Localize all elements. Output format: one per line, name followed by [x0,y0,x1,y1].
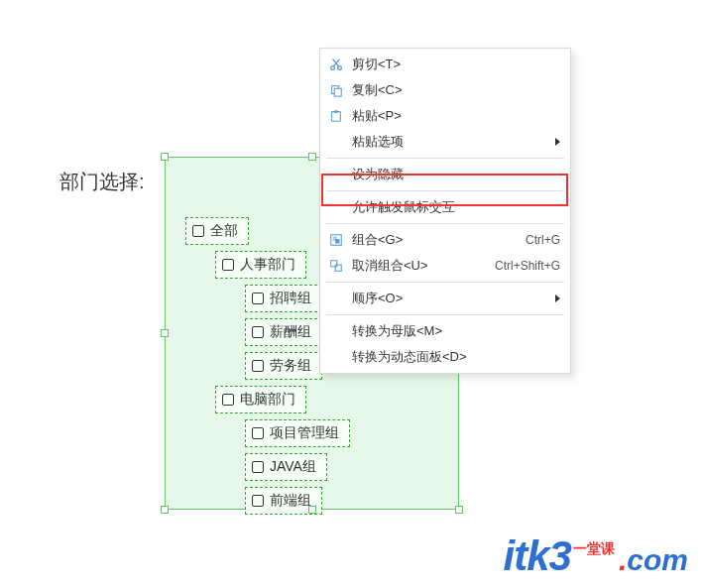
tree-item-label: 招聘组 [270,290,311,307]
menu-separator [326,282,564,283]
menu-item[interactable]: 取消组合<U>Ctrl+Shift+G [320,253,570,279]
menu-item-shortcut: Ctrl+Shift+G [495,259,560,273]
ungroup-icon [320,259,352,273]
menu-item-label: 顺序<O> [352,290,547,307]
checkbox-icon[interactable] [252,326,264,338]
menu-item[interactable]: 转换为母版<M> [320,318,570,344]
menu-item[interactable]: 设为隐藏 [320,162,570,187]
menu-item[interactable]: 粘贴<P> [320,103,570,129]
menu-item[interactable]: 转换为动态面板<D> [320,344,570,370]
tree-item-label: JAVA组 [270,458,316,476]
context-menu[interactable]: 剪切<T>复制<C>粘贴<P>粘贴选项设为隐藏允许触发鼠标交互组合<G>Ctrl… [319,48,571,374]
tree-item-label: 劳务组 [270,357,311,375]
menu-separator [326,314,564,315]
menu-item[interactable]: 复制<C> [320,77,570,103]
menu-item[interactable]: 粘贴选项 [320,129,570,155]
watermark-logo: itk3 一堂课 . com [504,532,688,580]
menu-item-label: 设为隐藏 [352,166,560,183]
checkbox-icon[interactable] [252,293,264,304]
checkbox-icon[interactable] [252,427,264,439]
menu-item-label: 组合<G> [352,231,518,249]
tree-item-label: 薪酬组 [270,323,311,341]
menu-item-label: 粘贴选项 [352,133,547,151]
tree-item[interactable]: 电脑部门 [215,386,306,413]
menu-item-label: 取消组合<U> [352,257,487,275]
logo-com: com [627,543,688,577]
checkbox-icon[interactable] [192,225,204,237]
menu-item[interactable]: 组合<G>Ctrl+G [320,227,570,253]
checkbox-icon[interactable] [222,394,234,406]
submenu-arrow-icon [555,138,560,146]
tree-item-label: 全部 [210,222,238,240]
menu-item[interactable]: 顺序<O> [320,286,570,311]
checkbox-icon[interactable] [222,259,234,271]
menu-separator [326,158,564,159]
logo-main: itk3 [504,532,571,580]
menu-item-label: 粘贴<P> [352,107,560,125]
checkbox-icon[interactable] [252,495,264,507]
logo-tag: 一堂课 [573,540,615,558]
resize-handle-tl[interactable] [161,153,169,161]
tree-item[interactable]: 薪酬组 [245,318,322,346]
resize-handle-br[interactable] [455,506,463,514]
menu-item-shortcut: Ctrl+G [526,233,560,247]
tree-item[interactable]: 项目管理组 [245,419,350,447]
resize-handle-bm[interactable] [308,506,316,514]
menu-item[interactable]: 剪切<T> [320,52,570,77]
menu-item-label: 转换为母版<M> [352,322,560,340]
tree-item[interactable]: JAVA组 [245,453,327,481]
section-label: 部门选择: [59,169,145,195]
submenu-arrow-icon [555,294,560,302]
resize-handle-tm[interactable] [308,153,316,161]
menu-separator [326,223,564,224]
copy-icon [320,83,352,97]
menu-item-label: 剪切<T> [352,56,560,73]
tree-item[interactable]: 招聘组 [245,285,322,312]
tree-item-label: 前端组 [270,492,311,510]
group-icon [320,233,352,247]
menu-item-label: 复制<C> [352,81,560,99]
resize-handle-ml[interactable] [161,329,169,337]
tree-item-label: 项目管理组 [270,424,339,442]
paste-icon [320,109,352,123]
tree-item[interactable]: 全部 [185,217,249,245]
tree-item[interactable]: 人事部门 [215,251,306,279]
resize-handle-bl[interactable] [161,506,169,514]
checkbox-icon[interactable] [252,360,264,372]
tree-item-label: 电脑部门 [240,391,295,409]
tree-item[interactable]: 劳务组 [245,352,322,380]
menu-item-label: 转换为动态面板<D> [352,348,560,366]
menu-item[interactable]: 允许触发鼠标交互 [320,194,570,220]
menu-separator [326,190,564,191]
logo-dot: . [619,543,627,577]
cut-icon [320,58,352,71]
checkbox-icon[interactable] [252,461,264,473]
menu-item-label: 允许触发鼠标交互 [352,198,560,216]
tree-item-label: 人事部门 [240,256,295,274]
